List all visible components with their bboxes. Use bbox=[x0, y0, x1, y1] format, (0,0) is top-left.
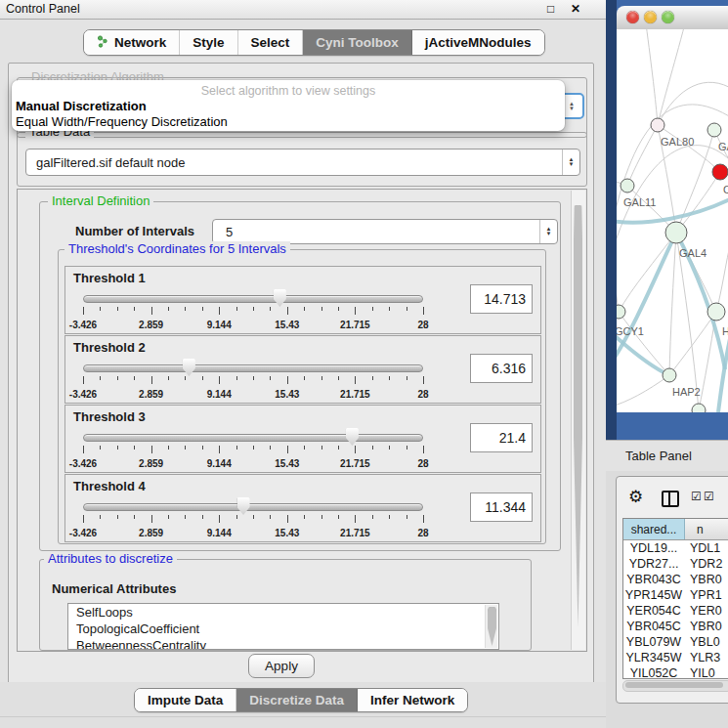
cell-shared-name[interactable]: YBR045C bbox=[623, 620, 684, 633]
cell-name[interactable]: YBR0 bbox=[684, 573, 728, 586]
network-canvas[interactable]: GAL80GACGAL11GAL4GCY1HHAP2 bbox=[617, 29, 728, 412]
slider-track[interactable] bbox=[83, 295, 423, 303]
network-edge[interactable] bbox=[658, 82, 728, 125]
threshold-slider[interactable]: -3.4262.8599.14415.4321.71528 bbox=[83, 286, 423, 331]
mac-minimize-icon[interactable] bbox=[644, 11, 657, 23]
threshold-value-field[interactable]: 14.713 bbox=[470, 284, 533, 314]
column-view-icon[interactable] bbox=[662, 491, 679, 507]
slider-thumb[interactable] bbox=[237, 497, 250, 515]
attributes-list-scrollbar[interactable] bbox=[485, 605, 497, 648]
threshold-value-field[interactable]: 6.316 bbox=[470, 354, 533, 383]
cell-name[interactable]: YDR2 bbox=[684, 557, 728, 571]
cell-name[interactable]: YBL0 bbox=[684, 635, 728, 649]
network-edge[interactable] bbox=[669, 312, 716, 375]
slider-track[interactable] bbox=[83, 364, 423, 372]
spinner-stepper-icon[interactable]: ▲▼ bbox=[539, 220, 557, 243]
threshold-value-field[interactable]: 11.344 bbox=[470, 492, 533, 522]
network-edge[interactable] bbox=[716, 231, 728, 312]
cell-shared-name[interactable]: YDR27... bbox=[623, 557, 684, 571]
close-window-icon[interactable]: ✕ bbox=[571, 2, 580, 16]
slider-thumb[interactable] bbox=[346, 428, 359, 446]
table-row-yil052c[interactable]: YIL052CYIL0 bbox=[623, 665, 728, 679]
slider-tick-label: 28 bbox=[417, 458, 428, 469]
cell-name[interactable]: YPR1 bbox=[684, 588, 728, 602]
column-header-shared[interactable]: shared... bbox=[623, 519, 685, 539]
network-node-hap2[interactable] bbox=[663, 368, 676, 382]
tab-select[interactable]: Select bbox=[238, 30, 304, 55]
combo-stepper-icon[interactable]: ▲▼ bbox=[562, 150, 579, 175]
network-node-gal11[interactable] bbox=[621, 179, 634, 193]
threshold-slider[interactable]: -3.4262.8599.14415.4321.71528 bbox=[83, 494, 423, 539]
mac-zoom-icon[interactable] bbox=[662, 11, 674, 23]
tab-cyni-toolbox[interactable]: Cyni Toolbox bbox=[303, 30, 412, 55]
cell-shared-name[interactable]: YBL079W bbox=[623, 635, 684, 649]
column-header-name[interactable]: n bbox=[685, 519, 728, 539]
network-edge[interactable] bbox=[617, 246, 619, 312]
network-node-c[interactable] bbox=[712, 164, 728, 180]
table-row-ydl19-[interactable]: YDL19...YDL1 bbox=[623, 540, 728, 556]
cell-name[interactable]: YLR3 bbox=[684, 651, 728, 664]
tab-network[interactable]: Network bbox=[84, 30, 180, 55]
tab-infer-network[interactable]: Infer Network bbox=[358, 689, 467, 711]
float-window-icon[interactable]: □ bbox=[547, 2, 554, 16]
numerical-attributes-list[interactable]: SelfLoopsTopologicalCoefficientBetweenne… bbox=[67, 603, 499, 650]
network-edge[interactable] bbox=[669, 233, 676, 375]
table-row-ybr045c[interactable]: YBR045CYBR0 bbox=[623, 619, 728, 634]
threshold-value-field[interactable]: 21.4 bbox=[470, 423, 533, 452]
network-node-gal4[interactable] bbox=[665, 222, 687, 243]
network-window-titlebar[interactable] bbox=[617, 6, 728, 30]
network-node-gal80[interactable] bbox=[651, 118, 664, 132]
table-row-ydr27-[interactable]: YDR27...YDR2 bbox=[623, 556, 728, 572]
tab-impute-data[interactable]: Impute Data bbox=[135, 689, 236, 711]
tab-discretize-data[interactable]: Discretize Data bbox=[236, 689, 358, 711]
attribute-item-betweennesscentrality[interactable]: BetweennessCentrality bbox=[68, 637, 498, 650]
table-horizontal-scrollbar[interactable] bbox=[622, 680, 728, 692]
slider-thumb[interactable] bbox=[274, 289, 286, 307]
threshold-slider[interactable]: -3.4262.8599.14415.4321.71528 bbox=[83, 356, 423, 401]
network-node-ga[interactable] bbox=[707, 123, 721, 137]
cell-shared-name[interactable]: YIL052C bbox=[623, 666, 684, 679]
cell-shared-name[interactable]: YER054C bbox=[623, 604, 684, 618]
cell-shared-name[interactable]: YPR145W bbox=[623, 588, 684, 602]
network-node-h[interactable] bbox=[707, 303, 725, 321]
scrollbar-thumb[interactable] bbox=[625, 682, 723, 688]
checkbox-checked-icon[interactable]: ☑ bbox=[691, 490, 702, 503]
table-row-ypr145w[interactable]: YPR145WYPR1 bbox=[623, 587, 728, 603]
table-row-ylr345w[interactable]: YLR345WYLR3 bbox=[623, 650, 728, 665]
network-edge[interactable] bbox=[658, 29, 685, 125]
popup-option-manual-discretization[interactable]: Manual Discretization bbox=[16, 99, 147, 113]
slider-track[interactable] bbox=[83, 434, 423, 442]
checkbox-checked-icon[interactable]: ☑ bbox=[704, 490, 714, 503]
cell-name[interactable]: YDL1 bbox=[684, 541, 728, 555]
cell-name[interactable]: YBR0 bbox=[684, 620, 728, 633]
network-edge[interactable] bbox=[646, 29, 658, 125]
gear-icon[interactable]: ⚙ bbox=[628, 487, 643, 507]
apply-button[interactable]: Apply bbox=[248, 654, 315, 678]
scrollbar-thumb[interactable] bbox=[488, 607, 496, 646]
tab-style[interactable]: Style bbox=[180, 30, 237, 55]
network-edge[interactable] bbox=[619, 233, 676, 312]
network-edge[interactable] bbox=[627, 125, 658, 186]
tab-jactivemnodules[interactable]: jActiveMNodules bbox=[412, 30, 544, 55]
cell-shared-name[interactable]: YDL19... bbox=[623, 541, 684, 555]
network-node[interactable] bbox=[692, 404, 706, 412]
cell-name[interactable]: YIL0 bbox=[684, 666, 728, 679]
settings-scrollbar[interactable] bbox=[571, 191, 585, 650]
slider-track[interactable] bbox=[83, 503, 423, 511]
cell-name[interactable]: YER0 bbox=[684, 604, 728, 618]
threshold-slider[interactable]: -3.4262.8599.14415.4321.71528 bbox=[83, 425, 423, 470]
network-edge[interactable] bbox=[617, 375, 669, 407]
table-data-combobox[interactable]: galFiltered.sif default node ▲▼ bbox=[25, 149, 580, 176]
table-row-ybr043c[interactable]: YBR043CYBR0 bbox=[623, 572, 728, 587]
network-node-gcy1[interactable] bbox=[617, 305, 625, 319]
attribute-item-selfloops[interactable]: SelfLoops bbox=[68, 604, 498, 621]
mac-close-icon[interactable] bbox=[626, 11, 639, 23]
table-row-ybl079w[interactable]: YBL079WYBL0 bbox=[623, 634, 728, 650]
cell-shared-name[interactable]: YBR043C bbox=[623, 573, 684, 586]
slider-thumb[interactable] bbox=[183, 359, 195, 376]
cell-shared-name[interactable]: YLR345W bbox=[623, 651, 684, 664]
scrollbar-thumb[interactable] bbox=[574, 205, 582, 627]
popup-option-equal-width-frequency-discretization[interactable]: Equal Width/Frequency Discretization bbox=[16, 114, 228, 129]
attribute-item-topologicalcoefficient[interactable]: TopologicalCoefficient bbox=[68, 621, 498, 637]
table-row-yer054c[interactable]: YER054CYER0 bbox=[623, 603, 728, 619]
